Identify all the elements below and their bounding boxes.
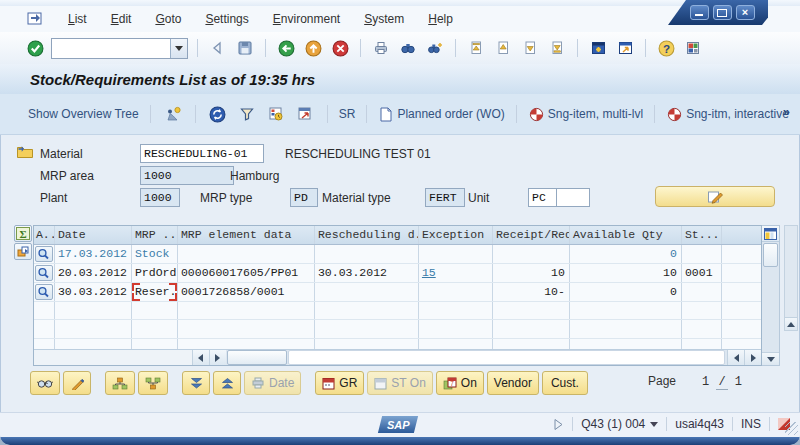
edit-button[interactable] — [655, 186, 775, 207]
col-header-date[interactable]: Date — [55, 226, 132, 244]
menu-settings[interactable]: Settings — [205, 12, 248, 26]
cell-mrp[interactable]: Reser. — [132, 283, 178, 301]
scroll-left-button[interactable] — [192, 350, 209, 365]
col-header-receipt-reqmt[interactable]: Receipt/Reqmt — [493, 226, 570, 244]
unit-extra-input[interactable] — [556, 188, 590, 207]
more-functions-button[interactable]: » — [783, 104, 790, 119]
refresh-button[interactable] — [207, 103, 229, 125]
find-next-button[interactable] — [424, 37, 446, 59]
scroll-right-button[interactable] — [209, 350, 226, 365]
outer-scrollbar[interactable] — [784, 225, 798, 331]
cust-button[interactable]: Cust. — [542, 371, 588, 395]
close-button[interactable]: × — [736, 5, 755, 20]
page-down-button[interactable] — [519, 37, 541, 59]
page-up-button[interactable] — [492, 37, 514, 59]
unit-input[interactable] — [528, 188, 558, 207]
table-row[interactable]: 30.03.2012 Reser. 0001726858/0001 10- 0 — [34, 283, 761, 302]
enter-button[interactable] — [24, 37, 46, 59]
hscroll-track[interactable] — [288, 350, 725, 365]
first-page-icon — [468, 40, 484, 56]
resize-grip[interactable] — [785, 422, 798, 435]
hscroll-thumb[interactable] — [227, 350, 287, 365]
gr-button[interactable]: GR — [315, 371, 364, 395]
exception-link[interactable]: 15 — [422, 266, 436, 279]
cell-resched — [315, 245, 419, 263]
back-circle-button[interactable] — [275, 37, 297, 59]
scroll-left-button[interactable] — [727, 350, 744, 365]
last-page-button[interactable] — [546, 37, 568, 59]
sng-itm-interactive-button[interactable]: Sng-itm, interactive — [686, 107, 789, 121]
col-header-st[interactable]: St... — [682, 226, 722, 244]
horizontal-scrollbar[interactable] — [34, 349, 761, 365]
material-type-input[interactable] — [425, 188, 465, 207]
plant-input[interactable] — [140, 188, 180, 207]
menu-system[interactable]: System — [364, 12, 404, 26]
scroll-up-button[interactable] — [785, 317, 797, 330]
print-button[interactable] — [370, 37, 392, 59]
table-row[interactable]: 20.03.2012 PrdOrd 000060017605/PP01 30.0… — [34, 264, 761, 283]
copy-button[interactable] — [14, 243, 32, 260]
sng-item-multi-button[interactable]: Sng-item, multi-lvl — [548, 107, 643, 121]
col-header-mrp-element-data[interactable]: MRP element data — [178, 226, 315, 244]
scroll-right-button[interactable] — [744, 350, 761, 365]
details-button[interactable] — [35, 284, 53, 300]
expand-button[interactable] — [182, 371, 210, 395]
on-button[interactable]: 7 On — [436, 371, 484, 395]
collapse-button[interactable] — [213, 371, 241, 395]
header-details-button[interactable] — [15, 142, 35, 160]
vertical-scrollbar[interactable] — [762, 225, 780, 366]
menu-list[interactable]: List — [68, 12, 87, 26]
command-input[interactable] — [52, 40, 170, 57]
menu-help[interactable]: Help — [428, 12, 453, 26]
scroll-down-button[interactable] — [762, 352, 779, 365]
exit-button[interactable] — [302, 37, 324, 59]
mrp-area-input[interactable] — [140, 166, 234, 185]
table-row[interactable]: 17.03.2012 Stock 0 — [34, 245, 761, 264]
display-button[interactable] — [30, 371, 60, 395]
table-settings-button[interactable] — [762, 226, 779, 242]
totals-button[interactable]: Σ — [14, 225, 32, 242]
details-button[interactable] — [35, 265, 53, 281]
details-button[interactable] — [35, 246, 53, 262]
customize-layout-button[interactable] — [682, 37, 704, 59]
col-header-a[interactable]: A.. — [34, 226, 55, 244]
col-header-rescheduling-date[interactable]: Rescheduling d... — [315, 226, 419, 244]
sap-menu-icon[interactable] — [26, 12, 44, 27]
find-button[interactable] — [397, 37, 419, 59]
help-button[interactable]: ? — [655, 37, 677, 59]
overview-graphic-button[interactable] — [162, 103, 184, 125]
filter-button[interactable] — [236, 103, 258, 125]
mrp-type-input[interactable] — [290, 188, 318, 207]
show-overview-tree-button[interactable]: Show Overview Tree — [28, 107, 139, 121]
edit-pencil-button[interactable] — [63, 371, 91, 395]
menu-goto[interactable]: Goto — [155, 12, 181, 26]
new-session-button[interactable] — [587, 37, 609, 59]
menu-environment[interactable]: Environment — [273, 12, 340, 26]
create-shortcut-button[interactable] — [614, 37, 636, 59]
planned-order-button[interactable]: Planned order (WO) — [397, 107, 504, 121]
cancel-button[interactable] — [329, 37, 351, 59]
order-report-up-button[interactable] — [105, 371, 135, 395]
sr-button[interactable]: SR — [339, 107, 356, 121]
vendor-button[interactable]: Vendor — [487, 371, 539, 395]
col-header-mrp[interactable]: MRP ... — [132, 226, 178, 244]
insert-mode-indicator[interactable]: INS — [741, 417, 761, 431]
minimize-button[interactable] — [690, 5, 709, 20]
col-header-available-qty[interactable]: Available Qty — [570, 226, 682, 244]
order-report-down-button[interactable] — [138, 371, 168, 395]
material-input[interactable] — [140, 144, 264, 163]
svg-text:7: 7 — [450, 380, 454, 387]
save-button[interactable] — [234, 37, 256, 59]
status-expand-icon[interactable] — [553, 418, 564, 431]
maximize-button[interactable] — [713, 5, 732, 20]
vscroll-track[interactable] — [762, 268, 779, 352]
download-button[interactable] — [294, 103, 316, 125]
back-button[interactable] — [207, 37, 229, 59]
period-totals-button[interactable] — [265, 103, 287, 125]
col-header-exception[interactable]: Exception — [419, 226, 493, 244]
command-dropdown-button[interactable] — [170, 39, 187, 58]
vscroll-thumb[interactable] — [763, 243, 778, 267]
system-session-indicator[interactable]: Q43 (1) 004 — [581, 417, 658, 431]
menu-edit[interactable]: Edit — [111, 12, 132, 26]
first-page-button[interactable] — [465, 37, 487, 59]
